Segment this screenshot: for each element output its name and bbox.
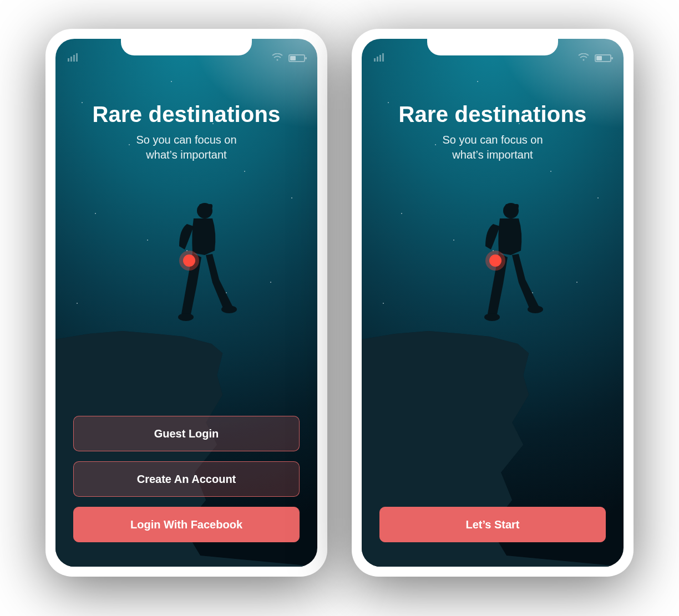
svg-point-2 (178, 313, 194, 321)
guest-login-button[interactable]: Guest Login (73, 416, 300, 451)
wifi-icon (578, 53, 589, 63)
hero-subtitle: So you can focus on what’s important (362, 133, 624, 162)
action-buttons: Let’s Start (362, 507, 624, 542)
hiker-silhouette (161, 200, 245, 327)
hero-text: Rare destinations So you can focus on wh… (362, 73, 624, 162)
create-account-button[interactable]: Create An Account (73, 461, 300, 497)
svg-rect-20 (382, 53, 384, 62)
button-label: Login With Facebook (130, 518, 242, 531)
wifi-icon (272, 53, 283, 63)
login-facebook-button[interactable]: Login With Facebook (73, 507, 300, 542)
screen-login-options: Rare destinations So you can focus on wh… (55, 39, 317, 567)
svg-rect-6 (68, 58, 69, 62)
status-bar (55, 39, 317, 73)
hero-text: Rare destinations So you can focus on wh… (55, 73, 317, 162)
svg-point-16 (485, 251, 505, 271)
action-buttons: Guest Login Create An Account Login With… (55, 416, 317, 542)
svg-rect-1 (199, 204, 212, 208)
battery-icon (288, 54, 305, 62)
svg-rect-9 (76, 53, 78, 62)
svg-rect-19 (379, 55, 381, 62)
button-label: Let’s Start (465, 518, 519, 531)
button-label: Create An Account (137, 473, 236, 486)
cellular-signal-icon (374, 53, 386, 64)
hero-subtitle: So you can focus on what’s important (55, 133, 317, 162)
svg-rect-12 (505, 204, 519, 208)
svg-point-13 (484, 313, 500, 321)
svg-rect-17 (374, 58, 376, 62)
svg-point-5 (179, 251, 199, 271)
screen-lets-start: Rare destinations So you can focus on wh… (362, 39, 624, 567)
hiker-silhouette (468, 200, 551, 327)
hero-title: Rare destinations (362, 102, 624, 127)
phone-mockup-1: Rare destinations So you can focus on wh… (45, 29, 327, 577)
battery-icon (595, 54, 611, 62)
lets-start-button[interactable]: Let’s Start (379, 507, 606, 542)
cellular-signal-icon (68, 53, 80, 64)
svg-rect-7 (70, 57, 72, 62)
svg-point-14 (528, 306, 543, 313)
svg-point-10 (277, 59, 278, 61)
phone-mockup-2: Rare destinations So you can focus on wh… (352, 29, 634, 577)
status-bar (362, 39, 624, 73)
svg-point-3 (221, 306, 237, 313)
svg-point-21 (583, 59, 585, 61)
svg-rect-18 (377, 57, 378, 62)
button-label: Guest Login (154, 427, 219, 440)
hero-title: Rare destinations (55, 102, 317, 127)
svg-rect-8 (73, 55, 75, 62)
